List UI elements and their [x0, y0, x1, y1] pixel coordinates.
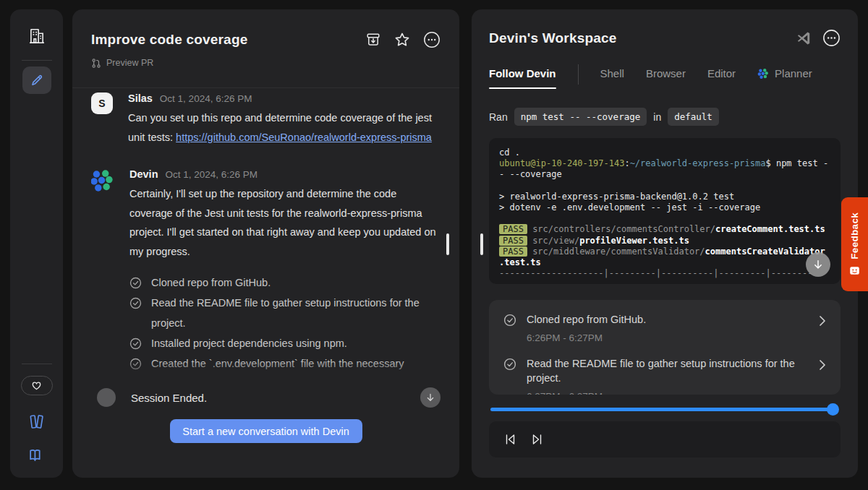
task-item[interactable]: Read the README file to gather setup ins…	[503, 356, 826, 395]
skip-to-start-button[interactable]	[503, 432, 517, 447]
terminal-output[interactable]: cd .ubuntu@ip-10-240-197-143:~/realworld…	[489, 138, 841, 284]
library-button[interactable]	[27, 413, 46, 431]
tab-label: Browser	[646, 67, 686, 79]
sidebar-divider-top	[22, 60, 52, 61]
organization-icon	[27, 27, 46, 46]
task-item[interactable]: Cloned repo from GitHub. 6:26PM - 6:27PM	[503, 312, 826, 343]
chat-message-list[interactable]: S Silas Oct 1, 2024, 6:26 PM Can you set…	[91, 88, 441, 382]
tab-label: Planner	[775, 67, 812, 79]
library-books-icon	[27, 413, 46, 431]
chevron-right-icon	[819, 359, 826, 371]
message-author: Silas	[128, 93, 153, 104]
docs-button[interactable]	[27, 447, 46, 465]
timeline-slider-track[interactable]	[490, 408, 830, 411]
chat-panel: Improve code coverage	[72, 9, 459, 478]
checklist-item: Read the README file to gather setup ins…	[129, 293, 441, 333]
chat-header-actions	[365, 31, 441, 48]
chat-header: Improve code coverage	[91, 31, 441, 48]
user-avatar: S	[91, 93, 113, 114]
chevron-right-icon	[819, 315, 826, 327]
task-text: Cloned repo from GitHub.	[527, 312, 809, 327]
terminal-scroll-down-button[interactable]	[806, 252, 830, 277]
favorites-button[interactable]	[21, 376, 53, 395]
session-status-label: Session Ended.	[131, 392, 207, 404]
task-timeline-card: Cloned repo from GitHub. 6:26PM - 6:27PM…	[489, 300, 841, 395]
checklist-item: Installed project dependencies using npm…	[129, 333, 441, 353]
tab-label: Follow Devin	[489, 67, 556, 79]
scroll-to-bottom-button[interactable]	[420, 387, 441, 408]
checklist-item-text: Created the `.env.development` file with…	[151, 353, 404, 374]
devin-avatar	[91, 168, 114, 193]
chat-more-options-button[interactable]	[423, 31, 441, 48]
timeline-slider[interactable]	[489, 403, 841, 416]
feedback-tab[interactable]: Feedback	[841, 197, 868, 291]
ellipsis-circle-icon	[423, 31, 441, 48]
workspace-panel: Devin's Workspace Follow DevinShellBrows…	[472, 9, 858, 478]
tab-planner[interactable]: Planner	[757, 67, 812, 89]
checklist-item-text: Read the README file to gather setup ins…	[151, 293, 441, 333]
workspace-more-options-button[interactable]	[822, 29, 841, 47]
preview-pr-label: Preview PR	[106, 58, 153, 68]
open-book-icon	[27, 447, 46, 465]
playback-controls	[489, 421, 841, 457]
skip-to-start-icon	[503, 432, 517, 447]
workspace-scrollbar-thumb[interactable]	[480, 233, 483, 255]
task-time: 6:27PM - 6:27PM	[527, 391, 809, 395]
chat-message: Devin Oct 1, 2024, 6:26 PM Certainly, I'…	[91, 168, 441, 374]
workspace-tabs: Follow DevinShellBrowserEditor Planner	[489, 64, 841, 92]
message-body: Certainly, I'll set up the repository an…	[129, 184, 441, 261]
timeline-slider-knob[interactable]	[827, 403, 839, 416]
check-circle-icon	[129, 277, 142, 289]
devin-logo-icon	[757, 68, 769, 79]
checklist-item: Created the `.env.development` file with…	[129, 353, 441, 374]
skip-to-end-button[interactable]	[530, 432, 545, 447]
progress-checklist: Cloned repo from GitHub. Read the README…	[129, 272, 441, 374]
check-circle-icon	[129, 338, 142, 350]
open-in-vscode-button[interactable]	[795, 30, 812, 47]
new-session-button[interactable]	[22, 66, 51, 94]
checklist-item-text: Installed project dependencies using npm…	[151, 333, 347, 353]
check-circle-icon	[503, 358, 516, 371]
edit-pencil-icon	[30, 73, 44, 87]
checklist-item: Cloned repo from GitHub.	[129, 272, 441, 293]
preview-pr-button[interactable]: Preview PR	[91, 58, 153, 68]
tab-editor[interactable]: Editor	[707, 67, 736, 89]
checklist-item-text: Cloned repo from GitHub.	[151, 272, 271, 293]
command-chip[interactable]: npm test -- --coverage	[514, 108, 647, 126]
check-circle-icon	[129, 358, 142, 370]
session-status-row: Session Ended.	[91, 382, 441, 413]
chat-message: S Silas Oct 1, 2024, 6:26 PM Can you set…	[91, 93, 441, 147]
tab-label: Editor	[707, 67, 736, 79]
star-icon	[393, 31, 411, 48]
chat-scrollbar-thumb[interactable]	[446, 233, 449, 255]
workspace-title: Devin's Workspace	[489, 30, 795, 46]
ran-connector: in	[653, 111, 661, 123]
new-conversation-button[interactable]: Start a new conversation with Devin	[170, 419, 362, 443]
skip-to-end-icon	[530, 432, 545, 447]
message-author: Devin	[129, 168, 158, 180]
feedback-face-icon	[849, 265, 860, 276]
devin-logo-icon	[91, 168, 114, 193]
task-time: 6:26PM - 6:27PM	[527, 332, 809, 343]
message-body: Can you set up this repo and determine c…	[128, 108, 441, 147]
organization-button[interactable]	[22, 22, 51, 50]
feedback-label: Feedback	[849, 212, 860, 259]
vscode-icon	[795, 30, 812, 47]
repo-link[interactable]: https://github.com/SeuRonao/realworld-ex…	[176, 132, 432, 143]
tab-follow-devin[interactable]: Follow Devin	[489, 67, 556, 89]
workspace-header: Devin's Workspace	[489, 29, 841, 47]
session-title: Improve code coverage	[91, 32, 365, 48]
tab-shell[interactable]: Shell	[600, 67, 624, 89]
arrow-down-icon	[425, 392, 435, 403]
ran-prefix: Ran	[489, 111, 508, 123]
task-text: Read the README file to gather setup ins…	[527, 356, 809, 385]
session-status-avatar	[97, 388, 116, 407]
ran-command-row: Ran npm test -- --coverage in default	[489, 108, 841, 126]
app-root: Improve code coverage	[0, 0, 868, 490]
archive-session-button[interactable]	[365, 32, 381, 48]
check-circle-icon	[129, 297, 142, 309]
machine-chip[interactable]: default	[668, 108, 719, 126]
arrow-down-icon	[812, 259, 824, 270]
tab-browser[interactable]: Browser	[646, 67, 686, 89]
favorite-session-button[interactable]	[393, 31, 411, 48]
